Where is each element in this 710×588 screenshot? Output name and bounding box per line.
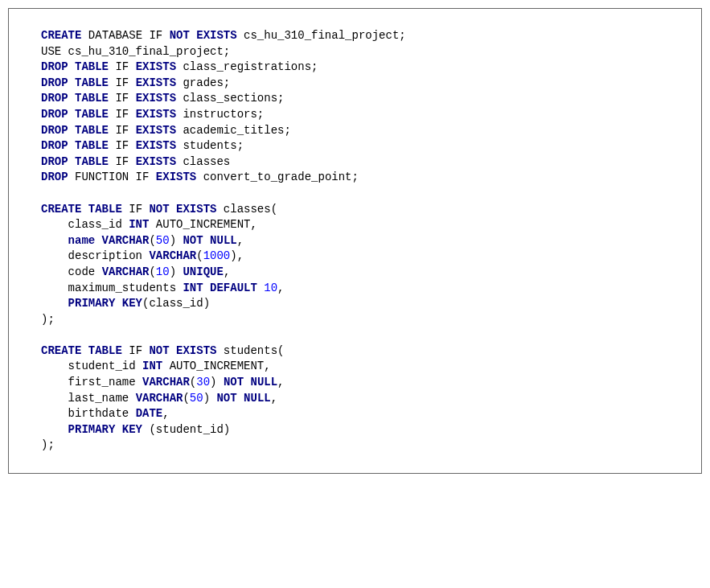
sql-text: IF: [109, 139, 136, 152]
code-line: maximum_students INT DEFAULT 10,: [41, 281, 669, 297]
sql-text: IF: [109, 155, 136, 168]
sql-number: 30: [196, 376, 210, 389]
sql-number: 50: [156, 234, 170, 247]
sql-keyword: NOT EXISTS: [170, 29, 237, 42]
code-line: last_name VARCHAR(50) NOT NULL,: [41, 391, 669, 407]
sql-text: ): [170, 234, 183, 247]
code-line: PRIMARY KEY(class_id): [41, 296, 669, 312]
sql-text: ): [170, 265, 183, 278]
sql-text: ,: [271, 392, 277, 405]
sql-text: maximum_students: [41, 282, 183, 294]
code-line: DROP TABLE IF EXISTS instructors;: [41, 107, 669, 123]
code-line: student_id INT AUTO_INCREMENT,: [41, 359, 669, 375]
sql-keyword: DROP TABLE: [41, 76, 109, 89]
sql-keyword: DROP TABLE: [41, 108, 109, 121]
code-line: DROP TABLE IF EXISTS grades;: [41, 76, 669, 92]
code-line: CREATE TABLE IF NOT EXISTS classes(: [41, 202, 669, 218]
sql-keyword: UNIQUE: [183, 265, 223, 278]
sql-text: (class_id): [142, 297, 210, 310]
sql-text: first_name: [41, 376, 142, 389]
sql-keyword: NOT EXISTS: [149, 344, 216, 357]
code-line: name VARCHAR(50) NOT NULL,: [41, 233, 669, 249]
sql-text: academic_titles;: [176, 124, 291, 137]
sql-text: class_sections;: [176, 92, 284, 105]
code-line: code VARCHAR(10) UNIQUE,: [41, 265, 669, 281]
sql-keyword: EXISTS: [136, 139, 176, 152]
sql-keyword: DROP TABLE: [41, 155, 109, 168]
sql-keyword: INT: [129, 218, 149, 231]
sql-keyword: DROP TABLE: [41, 139, 109, 152]
sql-text: ): [203, 392, 217, 405]
sql-text: class_id: [41, 218, 129, 231]
sql-keyword: CREATE: [41, 29, 81, 42]
sql-keyword: INT DEFAULT: [183, 282, 257, 294]
sql-keyword: INT: [142, 360, 162, 372]
sql-text: ,: [224, 265, 230, 278]
sql-text: USE cs_hu_310_final_project;: [41, 45, 230, 58]
sql-text: FUNCTION IF: [68, 171, 156, 183]
sql-keyword: EXISTS: [136, 155, 176, 168]
sql-number: 1000: [203, 249, 231, 262]
sql-keyword: PRIMARY KEY: [68, 297, 142, 310]
sql-text: ,: [162, 407, 169, 420]
sql-text: (: [190, 376, 196, 389]
sql-text: description: [41, 249, 149, 262]
sql-text: (: [196, 249, 203, 262]
code-line: DROP TABLE IF EXISTS class_registrations…: [41, 60, 669, 76]
sql-keyword: DROP TABLE: [41, 60, 109, 73]
sql-text: convert_to_grade_point;: [196, 171, 359, 183]
sql-text: [41, 423, 68, 436]
sql-text: cs_hu_310_final_project;: [237, 29, 406, 42]
sql-keyword: VARCHAR: [102, 265, 150, 278]
sql-text: (: [149, 234, 155, 247]
sql-number: 10: [264, 282, 277, 294]
sql-keyword: EXISTS: [156, 171, 196, 183]
sql-text: (student_id): [142, 423, 230, 436]
sql-text: birthdate: [41, 407, 136, 420]
code-line: PRIMARY KEY (student_id): [41, 422, 669, 438]
sql-keyword: CREATE TABLE: [41, 203, 122, 216]
sql-keyword: DROP TABLE: [41, 124, 109, 137]
sql-keyword: CREATE TABLE: [41, 344, 122, 357]
sql-text: classes: [176, 155, 230, 168]
sql-text: grades;: [176, 76, 230, 89]
code-line: );: [41, 312, 669, 328]
sql-text: ),: [230, 249, 244, 262]
sql-keyword: VARCHAR: [136, 392, 183, 405]
sql-text: instructors;: [176, 108, 264, 121]
code-line: DROP TABLE IF EXISTS class_sections;: [41, 91, 669, 107]
sql-text: (: [149, 265, 155, 278]
sql-text: DATABASE IF: [81, 29, 169, 42]
sql-text: IF: [109, 60, 136, 73]
sql-number: 50: [190, 392, 203, 405]
sql-keyword: VARCHAR: [149, 249, 196, 262]
sql-text: IF: [122, 203, 150, 216]
sql-text: [257, 282, 264, 294]
sql-keyword: VARCHAR: [142, 376, 190, 389]
code-line: birthdate DATE,: [41, 406, 669, 422]
code-line: DROP TABLE IF EXISTS academic_titles;: [41, 123, 669, 139]
sql-number: 10: [156, 265, 170, 278]
sql-text: IF: [109, 124, 136, 137]
sql-text: );: [41, 438, 55, 451]
sql-keyword: EXISTS: [136, 92, 176, 105]
code-line: DROP FUNCTION IF EXISTS convert_to_grade…: [41, 170, 669, 186]
sql-keyword: NOT NULL: [216, 392, 270, 405]
sql-text: last_name: [41, 392, 136, 405]
code-line: DROP TABLE IF EXISTS classes: [41, 154, 669, 171]
code-line: );: [41, 438, 669, 454]
sql-keyword: DROP: [41, 171, 68, 183]
sql-text: IF: [109, 92, 136, 105]
sql-keyword: EXISTS: [136, 60, 176, 73]
sql-text: [41, 234, 68, 247]
sql-text: (: [183, 392, 189, 405]
sql-keyword: NOT NULL: [224, 376, 277, 389]
sql-keyword: DATE: [136, 407, 163, 420]
code-line: class_id INT AUTO_INCREMENT,: [41, 217, 669, 233]
sql-text: AUTO_INCREMENT,: [149, 218, 257, 231]
code-line: [41, 186, 669, 202]
sql-text: students(: [216, 344, 284, 357]
sql-text: IF: [109, 108, 136, 121]
sql-text: [41, 297, 68, 310]
sql-text: students;: [176, 139, 244, 152]
